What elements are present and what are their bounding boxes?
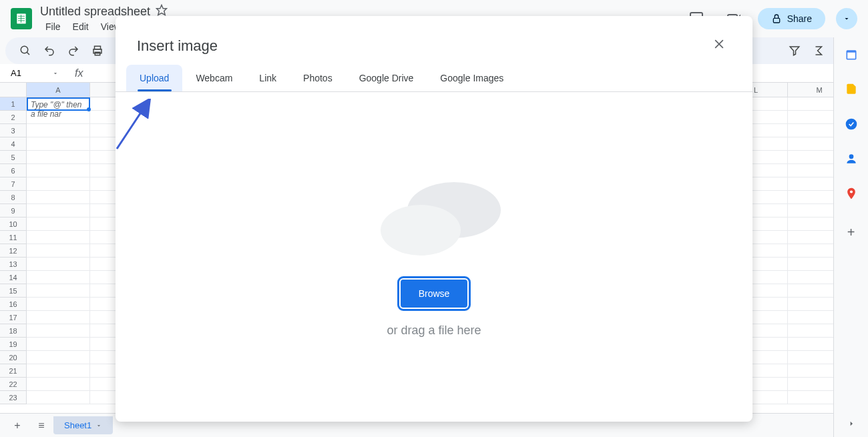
drag-text: or drag a file here: [387, 324, 481, 338]
modal-title: Insert image: [137, 37, 218, 55]
browse-button[interactable]: Browse: [401, 280, 468, 308]
modal-tabs: Upload Webcam Link Photos Google Drive G…: [116, 65, 752, 92]
insert-image-modal: Insert image Upload Webcam Link Photos G…: [116, 16, 752, 422]
tab-google-images[interactable]: Google Images: [427, 65, 517, 91]
tab-upload[interactable]: Upload: [126, 65, 182, 91]
tab-photos[interactable]: Photos: [290, 65, 346, 91]
tab-webcam[interactable]: Webcam: [182, 65, 246, 91]
cloud-icon: [354, 177, 514, 264]
svg-point-23: [381, 205, 461, 256]
tab-google-drive[interactable]: Google Drive: [346, 65, 427, 91]
modal-body: Browse or drag a file here: [116, 92, 752, 422]
tab-link[interactable]: Link: [246, 65, 290, 91]
modal-overlay: Insert image Upload Webcam Link Photos G…: [0, 0, 868, 437]
modal-header: Insert image: [116, 16, 752, 65]
close-icon[interactable]: [707, 32, 731, 59]
